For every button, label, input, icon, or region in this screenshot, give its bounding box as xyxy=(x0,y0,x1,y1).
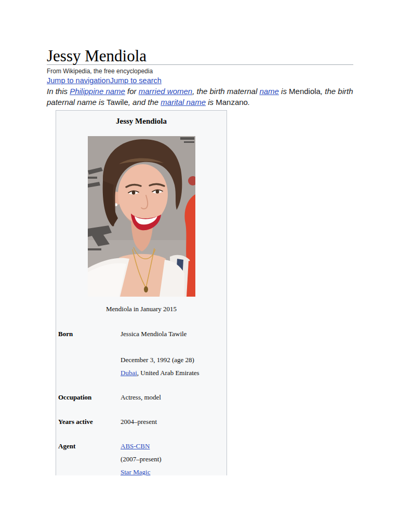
infobox-link[interactable]: Dubai xyxy=(121,369,137,377)
infobox-row-label: Years active xyxy=(56,418,121,431)
hatnote-text: is xyxy=(279,87,289,96)
infobox-row-label: Occupation xyxy=(56,393,121,406)
infobox-link[interactable]: ABS-CBN xyxy=(121,442,150,450)
hatnote-link[interactable]: married women xyxy=(139,87,192,96)
infobox-value-line: Star Magic xyxy=(121,468,223,475)
jump-to-navigation-link[interactable]: Jump to navigation xyxy=(47,76,110,85)
infobox-text: (2007–present) xyxy=(121,455,162,463)
infobox-text: Jessica Mendiola Tawile xyxy=(121,330,187,338)
infobox-row: AgentABS-CBN(2007–present)Star Magic xyxy=(56,442,227,475)
infobox-link[interactable]: Star Magic xyxy=(121,468,150,475)
hatnote-text: . xyxy=(248,98,250,107)
hatnote-text: , the birth maternal xyxy=(192,87,259,96)
hatnote-text: is xyxy=(206,98,216,107)
infobox-title: Jessy Mendiola xyxy=(56,111,227,125)
infobox-caption: Mendiola in January 2015 xyxy=(56,305,227,313)
hatnote-text: , and the xyxy=(128,98,161,107)
site-subtitle: From Wikipedia, the free encyclopedia xyxy=(47,68,353,75)
infobox-value-line: Actress, model xyxy=(121,393,223,401)
infobox-row: OccupationActress, model xyxy=(56,393,227,406)
hatnote-text: Tawile xyxy=(107,98,128,107)
infobox-text: Actress, model xyxy=(121,393,161,401)
hatnote: In this Philippine name for married wome… xyxy=(47,86,353,108)
infobox-value-line: December 3, 1992 (age 28) xyxy=(121,356,223,364)
infobox-row: Years active2004–present xyxy=(56,418,227,431)
infobox-value-line xyxy=(121,343,223,351)
hatnote-text: Manzano xyxy=(216,98,248,107)
hatnote-link[interactable]: marital name xyxy=(161,98,206,107)
infobox-row: BornJessica Mendiola Tawile December 3, … xyxy=(56,330,227,382)
infobox-row-value: 2004–present xyxy=(121,418,227,431)
infobox-value-line: 2004–present xyxy=(121,418,223,425)
hatnote-link[interactable]: name xyxy=(259,87,279,96)
page-title: Jessy Mendiola xyxy=(47,48,353,65)
article-content: Jessy Mendiola From Wikipedia, the free … xyxy=(47,48,353,108)
infobox-row-label: Agent xyxy=(56,442,121,475)
hatnote-text: In this xyxy=(47,87,70,96)
infobox-text: 2004–present xyxy=(121,418,157,425)
infobox-rows: BornJessica Mendiola Tawile December 3, … xyxy=(56,330,227,475)
infobox-row-label: Born xyxy=(56,330,121,382)
hatnote-link[interactable]: Philippine name xyxy=(70,87,125,96)
infobox-row-value: Jessica Mendiola Tawile December 3, 1992… xyxy=(121,330,227,382)
infobox-text: , United Arab Emirates xyxy=(137,369,200,377)
document-page: Jessy Mendiola From Wikipedia, the free … xyxy=(0,0,399,532)
jump-to-search-link[interactable]: Jump to search xyxy=(110,76,162,85)
hatnote-text: Mendiola xyxy=(289,87,321,96)
infobox-value-line: Jessica Mendiola Tawile xyxy=(121,330,223,338)
portrait-photo xyxy=(88,136,195,297)
hatnote-text: for xyxy=(125,87,139,96)
infobox-value-line: Dubai, United Arab Emirates xyxy=(121,369,223,377)
infobox-value-line: ABS-CBN xyxy=(121,442,223,450)
infobox-row-value: ABS-CBN(2007–present)Star Magic xyxy=(121,442,227,475)
infobox-row-value: Actress, model xyxy=(121,393,227,406)
infobox-value-line: (2007–present) xyxy=(121,455,223,463)
jump-links: Jump to navigationJump to search xyxy=(47,76,353,85)
infobox: Jessy Mendiola xyxy=(56,110,227,475)
infobox-text: December 3, 1992 (age 28) xyxy=(121,356,194,364)
